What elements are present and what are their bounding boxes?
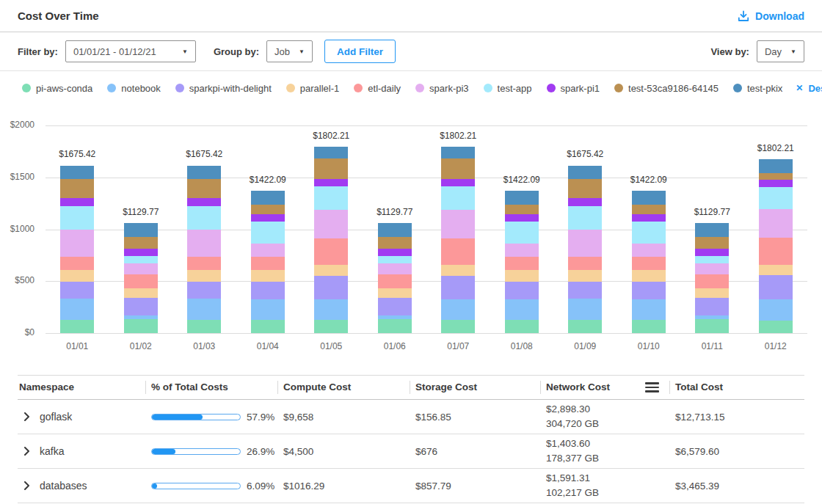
filter-by-label: Filter by: [18,46,58,57]
bar-segment-etl-daily [568,257,602,270]
bar-segment-sparkpi-with-delight [695,298,729,315]
bar-01/10 [632,191,666,333]
view-by-select[interactable]: Day ▼ [757,40,804,62]
percent-progress-fill [152,483,157,489]
storage-cost-cell: $156.85 [410,412,540,423]
legend-item-pi-aws-conda[interactable]: pi-aws-conda [22,83,92,94]
bar-segment-test-53ca9186-64145 [568,179,602,197]
percent-label: 26.9% [247,446,274,457]
bar-segment-spark-pi1 [505,214,539,222]
bar-segment-test-53ca9186-64145 [505,205,539,214]
legend-item-label: test-pkix [747,83,782,94]
table-row-kafka: kafka26.9%$4,500$676$1,403.60178,377 GB$… [18,434,804,469]
col-header-compute[interactable]: Compute Cost [277,380,410,395]
legend-item-parallel-1[interactable]: parallel-1 [286,83,339,94]
bar-segment-pi-aws-conda [378,319,412,333]
deselect-all-button[interactable]: ✕ Deselect All [796,83,822,94]
download-button[interactable]: Download [738,10,804,22]
namespace-cell: kafka [18,445,145,457]
namespace-costs-table: Namespace % of Total Costs Compute Cost … [18,375,804,503]
add-filter-button[interactable]: Add Filter [324,40,396,63]
bar-segment-test-53ca9186-64145 [632,205,666,214]
group-by-label: Group by: [214,46,259,57]
legend-item-spark-pi1[interactable]: spark-pi1 [547,83,600,94]
bar-segment-etl-daily [378,274,412,288]
x-tick-label: 01/01 [51,341,103,351]
legend-item-sparkpi-with-delight[interactable]: sparkpi-with-delight [175,83,272,94]
legend-item-label: test-app [498,83,532,94]
percent-label: 6.09% [247,481,274,492]
col-header-network[interactable]: Network Cost [540,380,669,395]
gridline [46,281,807,282]
date-range-select[interactable]: 01/01/21 - 01/12/21 ▼ [65,40,196,62]
bar-segment-pi-aws-conda [505,320,539,333]
namespace-label: kafka [40,445,64,457]
legend-item-spark-pi3[interactable]: spark-pi3 [415,83,468,94]
percent-progress-bar [151,483,241,489]
x-tick-label: 01/07 [432,341,484,351]
network-cost-cell: $1,591.31102,217 GB [540,471,669,500]
bar-segment-sparkpi-with-delight [187,282,221,299]
bar-segment-spark-pi1 [441,179,475,187]
bar-segment-test-app [759,187,793,209]
bar-segment-test-53ca9186-64145 [60,179,94,197]
bar-segment-parallel-1 [568,270,602,282]
bar-total-label: $1675.42 [44,149,110,159]
bar-segment-test-53ca9186-64145 [124,237,158,249]
bar-segment-etl-daily [632,257,666,270]
y-tick-label: $500 [0,275,34,285]
group-by-select[interactable]: Job ▼ [266,40,313,62]
network-volume-value: 102,217 GB [546,486,669,500]
bar-segment-test-53ca9186-64145 [441,158,475,178]
bar-01/01 [60,166,94,333]
total-cost-cell: $12,713.15 [669,412,804,423]
bar-segment-spark-pi1 [187,198,221,206]
bar-segment-spark-pi3 [378,263,412,275]
legend-item-etl-daily[interactable]: etl-daily [354,83,401,94]
compute-cost-cell: $9,658 [277,412,410,423]
network-volume-value: 178,377 GB [546,451,669,466]
bar-segment-spark-pi3 [695,263,729,275]
bar-segment-sparkpi-with-delight [568,282,602,299]
namespace-label: databases [40,480,87,492]
bar-segment-sparkpi-with-delight [314,276,348,299]
network-cost-value: $1,403.60 [546,437,669,451]
bar-segment-parallel-1 [60,270,94,282]
bar-01/06 [378,223,412,333]
bar-segment-test-pkix [568,166,602,180]
bar-segment-etl-daily [695,274,729,288]
legend-item-test-app[interactable]: test-app [484,83,532,94]
legend-item-label: sparkpi-with-delight [189,83,272,94]
bar-segment-pi-aws-conda [251,320,285,333]
x-tick-label: 01/04 [242,341,294,351]
col-header-storage[interactable]: Storage Cost [410,380,540,395]
bar-segment-test-53ca9186-64145 [314,158,348,178]
expand-chevron-icon[interactable] [23,481,30,490]
bar-segment-test-app [378,256,412,263]
expand-chevron-icon[interactable] [23,447,30,456]
bar-01/05 [314,147,348,333]
col-header-namespace[interactable]: Namespace [18,380,145,395]
bar-segment-test-pkix [124,223,158,237]
bar-segment-spark-pi3 [759,209,793,237]
legend-item-test-53ca9186-64145[interactable]: test-53ca9186-64145 [614,83,719,94]
view-by-value: Day [765,46,782,57]
bar-total-label: $1802.21 [743,143,809,153]
bar-01/02 [124,223,158,333]
col-header-total[interactable]: Total Cost [669,380,804,395]
bar-segment-notebook [505,299,539,320]
table-header-row: Namespace % of Total Costs Compute Cost … [18,375,804,400]
bar-segment-parallel-1 [314,265,348,275]
legend-item-test-pkix[interactable]: test-pkix [733,83,782,94]
menu-icon[interactable] [645,382,659,392]
bar-segment-spark-pi1 [60,198,94,206]
y-tick-label: $2000 [0,120,34,130]
bar-segment-pi-aws-conda [632,320,666,333]
col-header-percent[interactable]: % of Total Costs [145,380,277,395]
download-label: Download [755,10,804,22]
legend-item-notebook[interactable]: notebook [107,83,161,94]
bar-segment-test-app [314,186,348,210]
expand-chevron-icon[interactable] [23,412,30,421]
bar-total-label: $1422.09 [489,175,555,185]
bar-01/03 [187,166,221,333]
